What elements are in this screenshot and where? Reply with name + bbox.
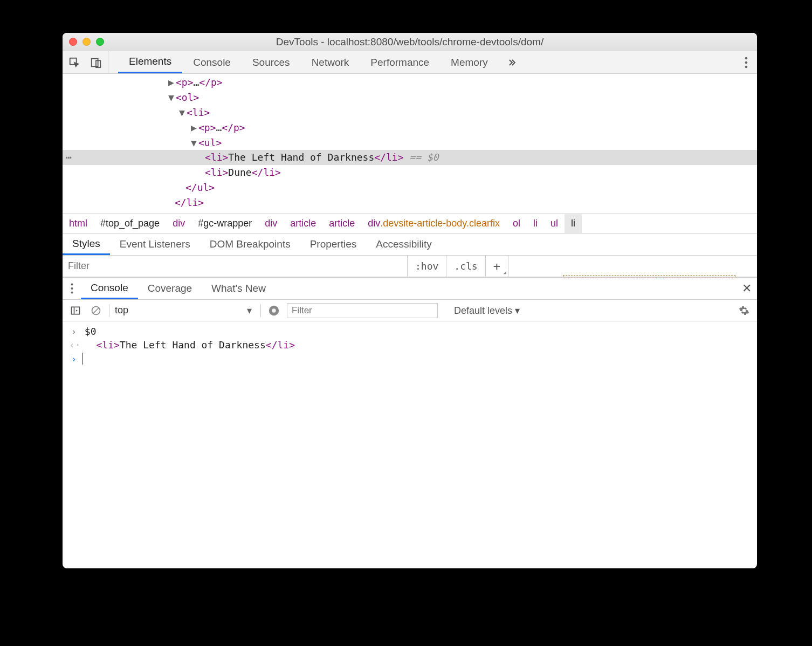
clear-console-icon[interactable] (88, 303, 104, 318)
device-toolbar-icon[interactable] (88, 55, 104, 70)
kebab-menu-icon[interactable] (739, 55, 754, 70)
console-toolbar: top Default levels ▾ (63, 300, 757, 321)
breadcrumb: html #top_of_page div #gc-wrapper div ar… (63, 214, 757, 233)
main-toolbar: Elements Console Sources Network Perform… (63, 51, 757, 74)
dom-node-ol[interactable]: ▼<ol> (63, 90, 757, 105)
svg-point-5 (745, 65, 748, 68)
minimize-window-button[interactable] (82, 38, 91, 46)
drawer-tab-console[interactable]: Console (81, 278, 138, 299)
dom-node-li-dune[interactable]: <li>Dune</li> (63, 165, 757, 180)
dom-node-li-close[interactable]: </li> (63, 195, 757, 210)
drawer-tabs: Console Coverage What's New ✕ (63, 277, 757, 300)
window-title: DevTools - localhost:8080/web/tools/chro… (63, 36, 757, 48)
devtools-window: DevTools - localhost:8080/web/tools/chro… (63, 33, 757, 568)
console-input-line[interactable]: › $0 (63, 325, 757, 338)
svg-rect-1 (92, 58, 98, 66)
live-expression-icon[interactable] (266, 303, 281, 318)
crumb-ul[interactable]: ul (544, 214, 565, 233)
svg-point-7 (71, 287, 73, 290)
log-levels-selector[interactable]: Default levels ▾ (454, 305, 520, 317)
styles-filter-input[interactable] (63, 256, 408, 277)
tab-performance[interactable]: Performance (360, 51, 440, 73)
console-sidebar-toggle-icon[interactable] (68, 303, 83, 318)
execution-context-selector[interactable]: top (115, 305, 255, 317)
window-titlebar: DevTools - localhost:8080/web/tools/chro… (63, 33, 757, 51)
dom-node-ul-close[interactable]: </ul> (63, 180, 757, 195)
new-style-rule-button[interactable]: + (486, 256, 508, 277)
close-window-button[interactable] (69, 38, 77, 46)
zoom-window-button[interactable] (96, 38, 104, 46)
tab-elements[interactable]: Elements (118, 51, 182, 73)
drawer-menu-icon[interactable] (63, 278, 81, 299)
close-drawer-icon[interactable]: ✕ (742, 278, 752, 299)
svg-point-8 (71, 292, 73, 294)
svg-point-6 (71, 284, 73, 286)
tab-sources[interactable]: Sources (242, 51, 301, 73)
svg-point-14 (272, 308, 276, 312)
dom-node-li[interactable]: ▼<li> (63, 105, 757, 120)
traffic-lights (69, 38, 104, 46)
crumb-ol[interactable]: ol (506, 214, 527, 233)
drawer-tab-whats-new[interactable]: What's New (202, 278, 276, 299)
svg-line-12 (93, 308, 99, 313)
svg-point-3 (745, 57, 748, 59)
dom-node-selected-li[interactable]: <li>The Left Hand of Darkness</li> == $0 (63, 150, 757, 165)
crumb-div-2[interactable]: div (258, 214, 284, 233)
crumb-html[interactable]: html (63, 214, 94, 233)
crumb-devsite-body[interactable]: div.devsite-article-body.clearfix (361, 214, 506, 233)
main-tabs: Elements Console Sources Network Perform… (108, 51, 525, 73)
console-prompt[interactable]: › (63, 352, 757, 366)
subtab-event-listeners[interactable]: Event Listeners (110, 233, 200, 255)
cls-toggle[interactable]: .cls (446, 256, 485, 277)
subtab-accessibility[interactable]: Accessibility (366, 233, 441, 255)
dom-node-p[interactable]: ▶<p>…</p> (63, 75, 757, 90)
svg-point-4 (745, 61, 748, 64)
subtab-styles[interactable]: Styles (63, 233, 110, 255)
dom-node-ul[interactable]: ▼<ul> (63, 135, 757, 150)
tab-memory[interactable]: Memory (440, 51, 499, 73)
svg-rect-9 (72, 307, 80, 314)
crumb-article-2[interactable]: article (322, 214, 361, 233)
crumb-li-selected[interactable]: li (565, 214, 582, 233)
inspect-element-icon[interactable] (67, 55, 82, 70)
subtab-properties[interactable]: Properties (300, 233, 367, 255)
crumb-li-1[interactable]: li (527, 214, 544, 233)
crumb-top-of-page[interactable]: #top_of_page (94, 214, 166, 233)
styles-filter-bar: :hov .cls + (63, 256, 757, 277)
console-settings-icon[interactable] (737, 303, 752, 318)
subtab-dom-breakpoints[interactable]: DOM Breakpoints (200, 233, 300, 255)
sidebar-tabs: Styles Event Listeners DOM Breakpoints P… (63, 233, 757, 256)
drawer-tab-coverage[interactable]: Coverage (138, 278, 202, 299)
dom-node-p-inner[interactable]: ▶<p>…</p> (63, 120, 757, 135)
tab-console[interactable]: Console (182, 51, 242, 73)
dom-tree[interactable]: ▶<p>…</p> ▼<ol> ▼<li> ▶<p>…</p> ▼<ul> <l… (63, 74, 757, 210)
crumb-div-1[interactable]: div (166, 214, 191, 233)
crumb-gc-wrapper[interactable]: #gc-wrapper (191, 214, 258, 233)
elements-panel: ▶<p>…</p> ▼<ol> ▼<li> ▶<p>…</p> ▼<ul> <l… (63, 74, 757, 233)
console-output[interactable]: › $0 ‹· <li>The Left Hand of Darkness</l… (63, 321, 757, 568)
tab-network[interactable]: Network (301, 51, 360, 73)
more-tabs-icon[interactable] (499, 51, 525, 73)
console-result-line[interactable]: ‹· <li>The Left Hand of Darkness</li> (63, 338, 757, 352)
console-filter-input[interactable] (287, 303, 438, 318)
crumb-article-1[interactable]: article (284, 214, 322, 233)
hov-toggle[interactable]: :hov (408, 256, 446, 277)
